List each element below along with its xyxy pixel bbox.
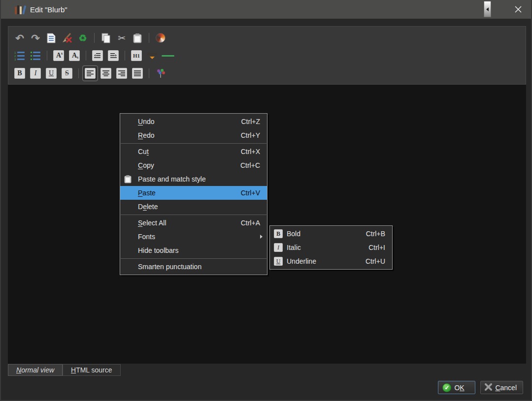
clear-button[interactable]: ♻ <box>76 31 89 44</box>
menu-separator <box>121 215 266 215</box>
menu-item-paste-and-match-style[interactable]: Paste and match style <box>120 172 267 186</box>
insert-link-icon <box>156 33 166 43</box>
select-all-button[interactable] <box>45 31 58 44</box>
bold-icon: B <box>14 68 25 79</box>
cut-button[interactable]: ✂ <box>115 31 128 44</box>
toolbar-separator <box>86 51 86 61</box>
copy-button[interactable] <box>100 31 112 44</box>
ok-check-icon: ✓ <box>442 383 451 392</box>
clean-formatting-icon <box>62 32 72 43</box>
align-right-icon <box>116 68 127 79</box>
menu-item-copy[interactable]: Copy Ctrl+C <box>120 158 267 172</box>
superscript-button[interactable]: As <box>52 49 65 62</box>
shortcut-label: Ctrl+U <box>354 257 385 265</box>
submenu-item-italic[interactable]: I Italic Ctrl+I <box>270 241 392 254</box>
align-center-button[interactable] <box>100 67 112 80</box>
svg-text:3: 3 <box>14 58 16 61</box>
indent-icon <box>108 50 119 61</box>
toolbar-panel: ↶ ↷ ♻ <box>8 26 526 85</box>
redo-button[interactable]: ↷ <box>29 31 42 44</box>
undo-icon: ↶ <box>15 33 24 43</box>
menu-item-select-all[interactable]: Select All Ctrl+A <box>120 216 267 230</box>
paste-button[interactable] <box>131 31 144 44</box>
align-justify-button[interactable] <box>131 67 144 80</box>
document-icon <box>47 33 56 43</box>
titlebar-handle-widget[interactable] <box>484 1 491 17</box>
tab-html-source[interactable]: HTML source <box>63 364 121 376</box>
submenu-item-underline[interactable]: U Underline Ctrl+U <box>270 254 392 268</box>
toolbar-separator <box>47 51 47 61</box>
shortcut-label: Ctrl+A <box>229 219 260 227</box>
cancel-x-icon <box>485 383 492 392</box>
shortcut-label: Ctrl+Y <box>229 131 260 139</box>
heading-style-icon: H1 <box>131 50 142 61</box>
outdent-button[interactable] <box>91 49 104 62</box>
heading-style-button[interactable]: H1 <box>130 49 143 62</box>
shortcut-label: Ctrl+C <box>229 161 260 169</box>
edit-blurb-dialog: Edit "Blurb" ↶ ↷ ♻ <box>0 0 532 401</box>
ok-button[interactable]: ✓ OK <box>438 381 475 394</box>
strikethrough-button[interactable]: S <box>61 67 73 80</box>
horizontal-rule-button[interactable] <box>162 49 174 62</box>
titlebar[interactable]: Edit "Blurb" <box>1 0 531 19</box>
copy-icon <box>101 33 111 43</box>
calibre-library-icon <box>15 4 24 14</box>
ordered-list-icon: 123 <box>14 51 25 61</box>
background-color-button[interactable] <box>146 49 159 62</box>
insert-link-button[interactable] <box>154 31 167 44</box>
italic-icon: I <box>30 68 41 79</box>
dialog-buttons: ✓ OK Cancel <box>438 381 523 394</box>
align-right-button[interactable] <box>115 67 128 80</box>
menu-separator <box>121 143 266 144</box>
bold-button[interactable]: B <box>13 67 26 80</box>
paste-icon <box>133 33 142 43</box>
cancel-button[interactable]: Cancel <box>480 381 523 394</box>
menu-item-cut[interactable]: Cut Ctrl+X <box>120 145 267 158</box>
toolbar-separator <box>78 68 79 78</box>
cut-icon: ✂ <box>118 33 126 43</box>
horizontal-rule-icon <box>162 55 174 57</box>
strikethrough-icon: S <box>62 68 72 79</box>
underline-icon: U <box>274 257 283 266</box>
italic-button[interactable]: I <box>29 67 42 80</box>
text-color-button[interactable] <box>154 67 167 80</box>
remove-formatting-button[interactable] <box>61 31 73 44</box>
menu-separator <box>121 258 266 259</box>
context-menu: Undo Ctrl+Z Redo Ctrl+Y Cut Ctrl+X Copy … <box>120 113 267 275</box>
menu-item-fonts[interactable]: Fonts <box>120 230 267 244</box>
underline-icon: U <box>46 68 57 79</box>
align-justify-icon <box>132 68 143 79</box>
shortcut-label: Ctrl+V <box>229 189 260 197</box>
underline-button[interactable]: U <box>45 67 58 80</box>
undo-button[interactable]: ↶ <box>13 31 26 44</box>
menu-item-undo[interactable]: Undo Ctrl+Z <box>120 115 267 128</box>
close-button[interactable] <box>511 3 525 16</box>
menu-item-smarten-punctuation[interactable]: Smarten punctuation <box>120 260 267 274</box>
submenu-item-bold[interactable]: B Bold Ctrl+B <box>270 227 392 241</box>
fonts-submenu: B Bold Ctrl+B I Italic Ctrl+I U Underlin… <box>269 225 393 270</box>
tab-normal-view[interactable]: Normal view <box>8 364 63 376</box>
align-left-icon <box>85 68 96 79</box>
align-left-button[interactable] <box>84 67 97 80</box>
recycle-icon: ♻ <box>78 33 87 43</box>
shortcut-label: Ctrl+B <box>354 230 385 238</box>
menu-item-hide-toolbars[interactable]: Hide toolbars <box>120 244 267 257</box>
bullet-list-icon <box>30 51 41 61</box>
text-color-icon <box>156 68 166 78</box>
subscript-icon: As <box>69 50 80 61</box>
left-arrow-icon <box>486 7 489 11</box>
ordered-list-button[interactable]: 123 <box>13 49 26 62</box>
bullet-list-button[interactable] <box>29 49 42 62</box>
subscript-button[interactable]: As <box>68 49 81 62</box>
shortcut-label: Ctrl+I <box>357 244 385 251</box>
menu-item-delete[interactable]: Delete <box>120 200 267 214</box>
submenu-arrow-icon <box>260 235 263 239</box>
indent-button[interactable] <box>107 49 120 62</box>
close-icon <box>515 6 522 13</box>
align-center-icon <box>100 68 111 79</box>
menu-item-paste[interactable]: Paste Ctrl+V <box>120 186 267 200</box>
toolbar-row-1: ↶ ↷ ♻ <box>13 29 521 47</box>
menu-item-redo[interactable]: Redo Ctrl+Y <box>120 128 267 142</box>
background-color-icon <box>147 53 157 59</box>
superscript-icon: As <box>53 50 64 61</box>
